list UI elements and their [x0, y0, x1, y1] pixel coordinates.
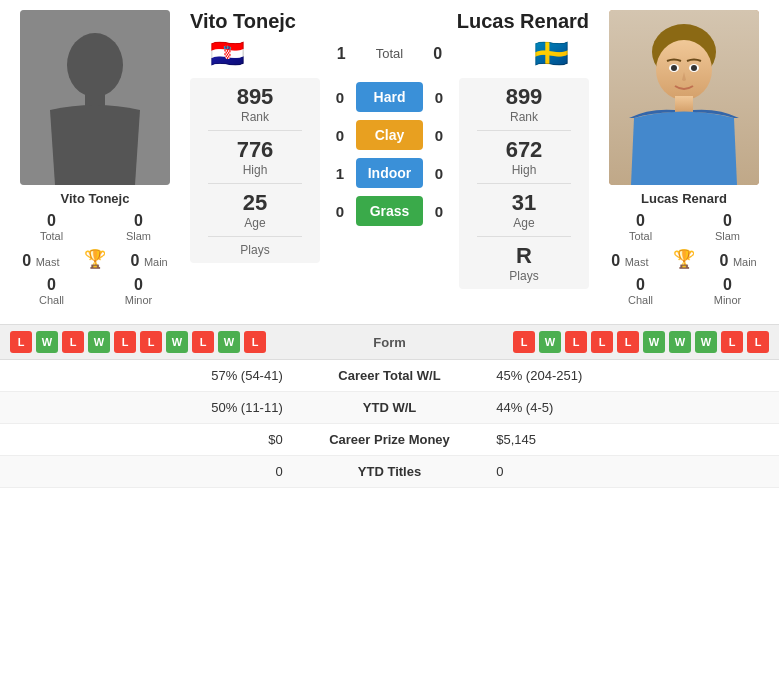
right-rank-panel: 899 Rank 672 High 31 Age R — [459, 78, 589, 289]
right-player-photo — [609, 10, 759, 185]
stats-left-value: 57% (54-41) — [0, 360, 295, 392]
stats-left-value: 0 — [0, 456, 295, 488]
surface-panel: 0 Hard 0 0 Clay 0 1 Indoor 0 — [320, 78, 459, 230]
surface-row-hard: 0 Hard 0 — [330, 82, 449, 112]
form-badge-right: W — [695, 331, 717, 353]
form-badge-right: L — [747, 331, 769, 353]
hard-left-score: 0 — [330, 89, 350, 106]
indoor-button[interactable]: Indoor — [356, 158, 423, 188]
stats-right-value: 45% (204-251) — [484, 360, 779, 392]
form-badge-left: L — [192, 331, 214, 353]
right-age-number: 31 — [512, 190, 536, 216]
right-player-card: Lucas Renard 0 Total 0 Slam 0 Mast — [599, 10, 769, 306]
left-middle-stats: 0 Mast 🏆 0 Main — [10, 246, 180, 270]
stats-center-label: YTD Titles — [295, 456, 484, 488]
form-badge-right: L — [617, 331, 639, 353]
right-divider-1 — [477, 130, 571, 131]
form-badge-right: W — [539, 331, 561, 353]
svg-rect-6 — [675, 96, 693, 112]
left-total-score: 1 — [337, 45, 346, 63]
left-high-block: 776 High — [237, 137, 274, 177]
left-form-badges: LWLWLLWLWL — [10, 331, 330, 353]
left-divider-2 — [208, 183, 302, 184]
form-badge-left: W — [36, 331, 58, 353]
clay-left-score: 0 — [330, 127, 350, 144]
right-total-stat: 0 Total — [599, 212, 682, 242]
right-minor-stat: 0 Minor — [686, 276, 769, 306]
form-badge-left: W — [166, 331, 188, 353]
right-divider-3 — [477, 236, 571, 237]
right-chall-stat: 0 Chall — [599, 276, 682, 306]
stats-center-label: YTD W/L — [295, 392, 484, 424]
form-badge-right: L — [565, 331, 587, 353]
left-rank-panel: 895 Rank 776 High 25 Age Play — [190, 78, 320, 263]
left-plays-label: Plays — [240, 243, 269, 257]
hard-right-score: 0 — [429, 89, 449, 106]
form-badge-left: L — [244, 331, 266, 353]
left-player-photo — [20, 10, 170, 185]
stats-row: 57% (54-41)Career Total W/L45% (204-251) — [0, 360, 779, 392]
left-age-block: 25 Age — [243, 190, 267, 230]
app-container: Vito Tonejc 0 Total 0 Slam 0 Mast — [0, 0, 779, 699]
left-total-stat: 0 Total — [10, 212, 93, 242]
right-high-number: 672 — [506, 137, 543, 163]
right-total-score: 0 — [433, 45, 442, 63]
left-chall-stat: 0 Chall — [10, 276, 93, 306]
right-slam-stat: 0 Slam — [686, 212, 769, 242]
right-middle-stats: 0 Mast 🏆 0 Main — [599, 246, 769, 270]
left-rank-label: Rank — [237, 110, 274, 124]
right-plays-block: R Plays — [509, 243, 538, 283]
stats-center-label: Career Total W/L — [295, 360, 484, 392]
svg-point-5 — [656, 40, 712, 100]
form-badge-left: W — [88, 331, 110, 353]
right-rank-number: 899 — [506, 84, 543, 110]
hard-button[interactable]: Hard — [356, 82, 423, 112]
left-trophy: 🏆 — [84, 246, 106, 270]
right-player-title: Lucas Renard — [457, 10, 589, 33]
right-high-label: High — [506, 163, 543, 177]
stats-row: 0YTD Titles0 — [0, 456, 779, 488]
left-player-card: Vito Tonejc 0 Total 0 Slam 0 Mast — [10, 10, 180, 306]
total-label: Total — [376, 46, 403, 61]
grass-button[interactable]: Grass — [356, 196, 423, 226]
right-age-label: Age — [512, 216, 536, 230]
right-mast-stat: 0 Mast — [611, 252, 648, 270]
left-stats-grid: 0 Total 0 Slam — [10, 212, 180, 242]
left-rank-number: 895 — [237, 84, 274, 110]
left-silhouette-svg — [20, 10, 170, 185]
left-rank-block: 895 Rank — [237, 84, 274, 124]
form-badge-left: L — [140, 331, 162, 353]
right-trophy: 🏆 — [673, 246, 695, 270]
right-flag: 🇸🇪 — [534, 37, 569, 70]
form-badge-right: W — [643, 331, 665, 353]
right-age-block: 31 Age — [512, 190, 536, 230]
stats-table: 57% (54-41)Career Total W/L45% (204-251)… — [0, 360, 779, 488]
form-badge-right: L — [721, 331, 743, 353]
form-badge-right: W — [669, 331, 691, 353]
right-rank-block: 899 Rank — [506, 84, 543, 124]
form-badge-left: L — [62, 331, 84, 353]
right-plays-label: Plays — [509, 269, 538, 283]
clay-right-score: 0 — [429, 127, 449, 144]
right-divider-2 — [477, 183, 571, 184]
svg-point-1 — [67, 33, 123, 97]
left-divider-1 — [208, 130, 302, 131]
left-minor-stat: 0 Minor — [97, 276, 180, 306]
form-badge-left: L — [114, 331, 136, 353]
stats-right-value: $5,145 — [484, 424, 779, 456]
left-main-stat: 0 Main — [131, 252, 168, 270]
stats-left-value: $0 — [0, 424, 295, 456]
right-player-name: Lucas Renard — [641, 191, 727, 206]
left-age-number: 25 — [243, 190, 267, 216]
left-high-label: High — [237, 163, 274, 177]
grass-left-score: 0 — [330, 203, 350, 220]
right-main-stat: 0 Main — [720, 252, 757, 270]
left-high-number: 776 — [237, 137, 274, 163]
right-player-svg — [609, 10, 759, 185]
right-plays-value: R — [509, 243, 538, 269]
svg-point-10 — [691, 65, 697, 71]
stats-row: $0Career Prize Money$5,145 — [0, 424, 779, 456]
clay-button[interactable]: Clay — [356, 120, 423, 150]
stats-right-value: 44% (4-5) — [484, 392, 779, 424]
left-bottom-stats: 0 Chall 0 Minor — [10, 276, 180, 306]
